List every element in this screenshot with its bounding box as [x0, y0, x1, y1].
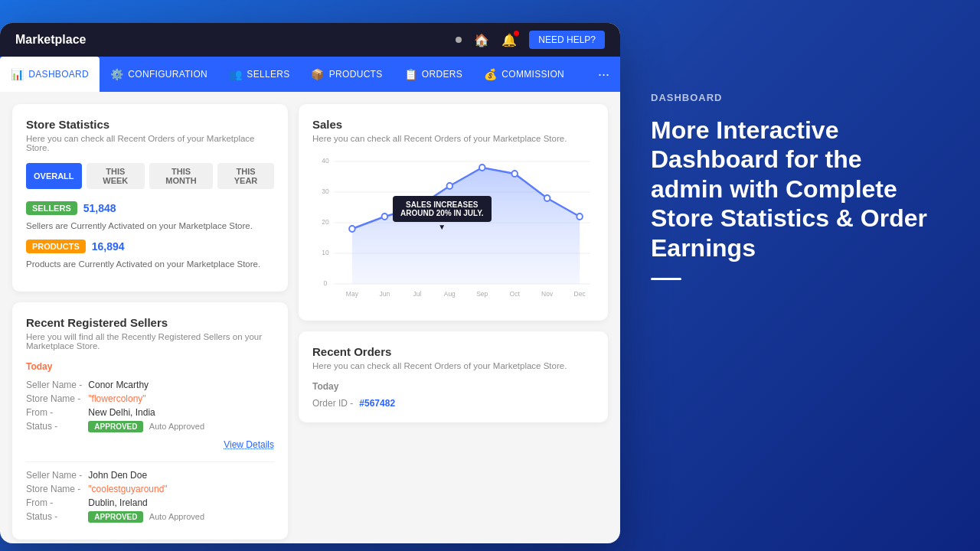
svg-point-12	[382, 214, 388, 220]
content-area: Store Statistics Here you can check all …	[0, 92, 620, 543]
right-panel-label: DASHBOARD	[651, 92, 949, 103]
seller-1-from: New Delhi, India	[88, 407, 274, 418]
seller-2-status-area: APPROVED Auto Approved	[88, 511, 274, 523]
seller-1-store-label: Store Name -	[26, 393, 82, 404]
sales-subtitle: Here you can check all Recent Orders of …	[312, 134, 594, 143]
nav-item-dashboard[interactable]: 📊 DASHBOARD	[0, 57, 100, 92]
seller-2-name: John Den Doe	[88, 470, 274, 481]
sellers-stat-row: SELLERS 51,848	[26, 201, 274, 215]
sellers-desc: Sellers are Currently Activated on your …	[26, 221, 274, 230]
svg-point-18	[577, 214, 583, 220]
seller-2-store[interactable]: "coolestguyaround"	[88, 484, 274, 494]
seller-1-status-badge: APPROVED	[88, 421, 143, 432]
left-panel: Store Statistics Here you can check all …	[12, 104, 288, 531]
need-help-button[interactable]: NEED HELP?	[529, 31, 605, 49]
sales-chart: 40 30 20 10 0	[312, 154, 594, 307]
seller-1-name-label: Seller Name -	[26, 380, 82, 390]
recent-orders-title: Recent Orders	[312, 345, 594, 358]
sellers-icon: 👥	[229, 68, 242, 80]
nav-item-commission[interactable]: 💰 COMMISSION	[473, 57, 575, 92]
products-badge: PRODUCTS	[26, 240, 86, 253]
order-row: Order ID - #567482	[312, 398, 594, 409]
svg-text:30: 30	[322, 187, 329, 195]
right-panel: Sales Here you can check all Recent Orde…	[299, 104, 608, 531]
recent-orders-subtitle: Here you can check all Recent Orders of …	[312, 361, 594, 370]
svg-point-11	[349, 226, 355, 232]
filter-this-week[interactable]: THIS WEEK	[87, 163, 145, 189]
nav-label-products: PRODUCTS	[329, 69, 383, 80]
nav-more-button[interactable]: ···	[587, 57, 620, 92]
store-statistics-subtitle: Here you can check all Recent Orders of …	[26, 134, 274, 152]
chart-container: SALES INCREASES AROUND 20% IN JULY. 40 3…	[312, 154, 594, 307]
svg-text:10: 10	[322, 249, 329, 256]
products-desc: Products are Currently Activated on your…	[26, 259, 274, 269]
nav-item-products[interactable]: 📦 PRODUCTS	[300, 57, 393, 92]
nav-label-commission: COMMISSION	[501, 69, 564, 80]
nav-label-dashboard: DASHBOARD	[28, 69, 89, 80]
svg-text:20: 20	[322, 218, 329, 226]
commission-icon: 💰	[484, 68, 497, 80]
svg-text:Aug: Aug	[444, 290, 456, 298]
svg-marker-10	[352, 168, 580, 284]
seller-1-status-label: Status -	[26, 421, 82, 432]
filter-this-year[interactable]: THIS YEAR	[217, 163, 274, 189]
svg-text:40: 40	[322, 157, 329, 165]
seller-2-from: Dublin, Ireland	[88, 497, 274, 508]
seller-1-status-area: APPROVED Auto Approved	[88, 421, 274, 432]
seller-1-grid: Seller Name - Conor Mcarthy Store Name -…	[26, 380, 274, 432]
view-details-link-1[interactable]: View Details	[224, 439, 274, 450]
dashboard-icon: 📊	[11, 68, 24, 80]
notification-icon[interactable]: 🔔	[501, 33, 517, 47]
seller-2-name-label: Seller Name -	[26, 470, 82, 481]
seller-1-name: Conor Mcarthy	[88, 380, 274, 390]
svg-text:Oct: Oct	[510, 290, 521, 298]
today-label: Today	[26, 361, 274, 372]
nav-item-sellers[interactable]: 👥 SELLERS	[218, 57, 300, 92]
nav-item-orders[interactable]: 📋 ORDERS	[394, 57, 473, 92]
seller-2-status-badge: APPROVED	[88, 511, 143, 523]
recent-sellers-subtitle: Here you will find all the Recently Regi…	[26, 332, 274, 350]
order-id-value: #567482	[359, 398, 395, 409]
navigation: 📊 DASHBOARD ⚙️ CONFIGURATION 👥 SELLERS 📦…	[0, 57, 620, 92]
store-statistics-card: Store Statistics Here you can check all …	[12, 104, 288, 292]
tooltip-line1: SALES INCREASES	[400, 201, 484, 209]
seller-2-status-label: Status -	[26, 511, 82, 523]
filter-overall[interactable]: OVERALL	[26, 163, 82, 189]
topbar: Marketplace 🏠 🔔 NEED HELP?	[0, 23, 620, 57]
seller-2-auto-approved: Auto Approved	[149, 512, 204, 521]
svg-point-14	[447, 183, 453, 189]
seller-2-grid: Seller Name - John Den Doe Store Name - …	[26, 470, 274, 523]
need-help-label: NEED HELP?	[538, 34, 596, 45]
products-count: 16,894	[92, 240, 125, 253]
topbar-dot	[456, 37, 462, 43]
filter-this-month[interactable]: THIS MONTH	[149, 163, 213, 189]
seller-2-from-label: From -	[26, 497, 82, 508]
svg-point-17	[544, 195, 550, 201]
home-icon[interactable]: 🏠	[474, 33, 489, 47]
order-id-label: Order ID -	[312, 398, 353, 409]
recent-sellers-card: Recent Registered Sellers Here you will …	[12, 302, 288, 540]
nav-label-sellers: SELLERS	[247, 69, 289, 80]
orders-icon: 📋	[404, 68, 417, 80]
svg-point-15	[479, 165, 485, 171]
svg-text:Sep: Sep	[476, 290, 488, 298]
app-card: Marketplace 🏠 🔔 NEED HELP? 📊 DASHBOARD ⚙…	[0, 23, 620, 543]
seller-1-auto-approved: Auto Approved	[149, 422, 204, 431]
right-description: DASHBOARD More Interactive Dashboard for…	[651, 92, 949, 280]
seller-1-from-label: From -	[26, 407, 82, 418]
order-today-label: Today	[312, 381, 594, 392]
seller-1-store[interactable]: "flowercolony"	[88, 393, 274, 404]
sales-title: Sales	[312, 118, 594, 131]
app-title: Marketplace	[15, 33, 87, 47]
nav-item-configuration[interactable]: ⚙️ CONFIGURATION	[100, 57, 218, 92]
filter-buttons: OVERALL THIS WEEK THIS MONTH THIS YEAR	[26, 163, 274, 189]
sellers-badge: SELLERS	[26, 201, 77, 215]
topbar-actions: 🏠 🔔 NEED HELP?	[456, 31, 605, 49]
view-details-1: View Details	[26, 437, 274, 451]
svg-text:Jul: Jul	[413, 290, 421, 298]
sellers-count: 51,848	[83, 202, 116, 214]
products-icon: 📦	[311, 68, 324, 80]
accent-line	[651, 278, 681, 280]
svg-text:Dec: Dec	[574, 290, 586, 298]
recent-orders-card: Recent Orders Here you can check all Rec…	[299, 331, 608, 422]
